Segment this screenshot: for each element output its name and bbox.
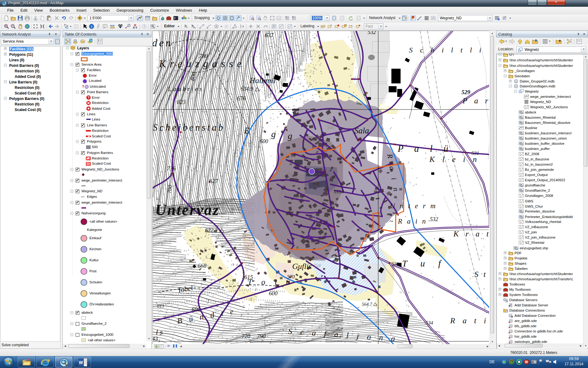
svg-text:P a r: P a r <box>462 96 489 105</box>
svg-text:Scheibenstab: Scheibenstab <box>153 122 225 133</box>
svg-text:668: 668 <box>198 263 207 269</box>
svg-text:634.9: 634.9 <box>241 86 253 92</box>
svg-text:.534: .534 <box>424 320 433 325</box>
svg-text:554: 554 <box>314 263 321 268</box>
svg-text:S t: S t <box>474 270 487 279</box>
svg-text:K r a t: K r a t <box>453 229 489 238</box>
svg-text:X: X <box>133 26 135 29</box>
svg-text:P a l ü: P a l ü <box>397 143 452 154</box>
svg-text:Halbmil: Halbmil <box>249 76 275 85</box>
svg-text:1:1: 1:1 <box>277 17 281 19</box>
svg-text:M: M <box>525 360 528 364</box>
svg-text:.532: .532 <box>428 216 438 222</box>
svg-text:L a u b r i e s: L a u b r i e s <box>168 85 202 93</box>
svg-text:545: 545 <box>327 125 335 130</box>
svg-text:g: g <box>271 129 276 139</box>
svg-text:den: den <box>153 37 173 48</box>
svg-text:617: 617 <box>282 82 292 88</box>
svg-text:534: 534 <box>392 261 399 266</box>
svg-text:Y: Y <box>135 26 137 29</box>
svg-text:i: i <box>91 25 92 28</box>
svg-text:K r e u z g a s s e: K r e u z g a s s e <box>159 58 242 69</box>
svg-text:K l e i n: K l e i n <box>429 155 479 164</box>
svg-text:690: 690 <box>192 306 201 312</box>
svg-text:l s: l s <box>156 328 163 336</box>
svg-text:Sala: Sala <box>354 126 369 135</box>
svg-text:Guflis: Guflis <box>292 262 312 271</box>
svg-text:720: 720 <box>242 333 251 339</box>
svg-text:637: 637 <box>265 32 274 38</box>
svg-text:E: E <box>244 125 250 135</box>
svg-text:600: 600 <box>260 138 268 144</box>
svg-text:529: 529 <box>462 89 470 95</box>
svg-text:i: i <box>498 18 499 21</box>
svg-text:43: 43 <box>153 335 158 342</box>
svg-text:A: A <box>322 26 323 28</box>
svg-text:736: 736 <box>167 165 176 172</box>
svg-text:676: 676 <box>237 95 246 102</box>
svg-text:~ R a i n: ~ R a i n <box>389 217 427 225</box>
svg-text:R a t i: R a t i <box>450 316 489 325</box>
svg-text:532: 532 <box>368 31 376 35</box>
svg-text:570: 570 <box>287 274 295 280</box>
svg-text:Untervaz: Untervaz <box>155 201 220 218</box>
svg-text:W: W <box>79 360 83 365</box>
svg-text:i: i <box>352 25 352 27</box>
svg-text:U n t e r m: U n t e r m <box>390 202 437 210</box>
svg-text:790: 790 <box>257 333 266 339</box>
svg-text:613: 613 <box>157 304 164 309</box>
svg-text:780: 780 <box>199 53 208 59</box>
svg-text:T u f: T u f <box>402 258 446 268</box>
svg-text:622.3: 622.3 <box>205 227 218 233</box>
svg-text:564: 564 <box>309 215 316 220</box>
svg-text:564.7: 564.7 <box>362 302 372 307</box>
svg-text:A: A <box>194 26 196 29</box>
svg-text:823: 823 <box>177 99 186 105</box>
svg-text:600: 600 <box>269 290 278 297</box>
svg-text:627: 627 <box>209 178 219 184</box>
svg-text:553.8: 553.8 <box>334 189 344 194</box>
svg-text:S c h i l t l i: S c h i l t l i <box>409 46 484 54</box>
svg-text:?: ? <box>88 96 90 99</box>
svg-text:546: 546 <box>296 68 303 73</box>
svg-text:g: g <box>288 131 292 141</box>
